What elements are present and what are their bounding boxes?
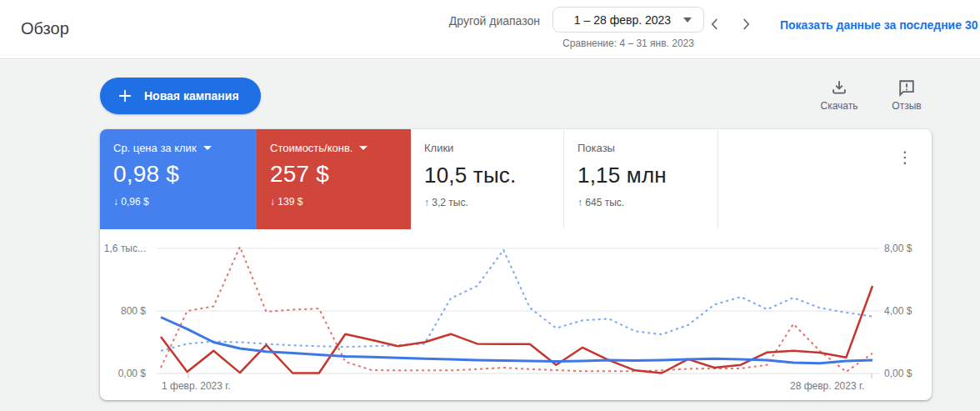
left-axis-tick-middle: 800 $ [100,305,146,317]
scorecard-label: Показы [578,142,615,154]
page-header: Обзор Другой диапазон 1 – 28 февр. 2023 … [0,0,980,59]
more-options-button[interactable]: ⋮ [892,144,918,171]
feedback-button[interactable]: Отзыв [877,78,937,112]
scorecard-value: 10,5 тыс. [424,163,550,188]
chevron-left-icon [706,15,724,33]
new-campaign-button[interactable]: Новая кампания [100,78,261,114]
download-icon [830,78,848,97]
chevron-down-icon [203,146,212,150]
scorecard-value: 257 $ [270,161,398,188]
performance-line-chart[interactable]: 1,6 тыс... 800 $ 0,00 $ 8,00 $ 4,00 $ 0,… [100,229,932,400]
chevron-down-icon [359,146,368,150]
arrow-up-icon: ↑ [578,197,582,208]
date-range-label: Другой диапазон [433,14,540,28]
show-last-30-days-link[interactable]: Показать данные за последние 30 [780,18,978,32]
overview-chart-svg [100,229,932,400]
series-line-avg-cpc-current [161,318,872,363]
left-axis-tick-bottom: 0,00 $ [100,368,146,379]
right-axis-tick-bottom: 0,00 $ [884,368,932,379]
page-title: Обзор [21,19,69,38]
chevron-down-icon [683,18,692,23]
scorecard-delta: 0,96 $ [121,196,148,208]
next-range-button[interactable] [733,12,758,37]
new-campaign-label: Новая кампания [144,89,239,103]
date-range-selector[interactable]: 1 – 28 февр. 2023 [552,7,704,33]
chevron-right-icon [737,15,755,33]
comparison-range-text: Сравнение: 4 – 31 янв. 2023 [550,38,707,49]
feedback-icon [898,78,916,97]
chart-series-group [161,247,872,373]
scorecard-clicks[interactable]: Клики 10,5 тыс. ↑ 3,2 тыс. [411,129,564,229]
arrow-down-icon: ↓ [270,196,275,208]
scorecard-label: Ср. цена за клик [113,142,197,154]
right-axis-tick-top: 8,00 $ [884,243,932,254]
arrow-down-icon: ↓ [113,196,118,208]
scorecard-delta: 3,2 тыс. [432,197,468,208]
x-axis-label-start: 1 февр. 2023 г. [162,380,231,392]
series-line-avg-cpc-previous [161,250,872,351]
scorecard-cost-per-conv[interactable]: Стоимость/конв. 257 $ ↓ 139 $ [257,129,411,229]
date-range-value: 1 – 28 февр. 2023 [568,13,677,27]
overview-chart-card: Ср. цена за клик 0,98 $ ↓ 0,96 $ Стоимос… [100,129,932,400]
left-axis-tick-top: 1,6 тыс... [100,243,146,254]
download-label: Скачать [821,100,858,112]
scorecard-impressions[interactable]: Показы 1,15 млн ↑ 645 тыс. [564,129,718,229]
more-vert-icon: ⋮ [898,148,913,166]
arrow-up-icon: ↑ [424,197,429,208]
feedback-label: Отзыв [892,100,921,112]
overview-content: Новая кампания Скачать Отзыв Ср. цена за… [0,60,980,411]
scorecard-value: 0,98 $ [113,161,243,188]
scorecard-avg-cpc[interactable]: Ср. цена за клик 0,98 $ ↓ 0,96 $ [100,129,257,229]
scorecard-delta: 139 $ [278,196,302,208]
scorecard-label: Клики [424,142,453,154]
download-button[interactable]: Скачать [809,78,869,112]
scorecard-value: 1,15 млн [578,163,704,188]
right-axis-tick-middle: 4,00 $ [884,305,932,317]
plus-icon [117,88,133,104]
x-axis-label-end: 28 февр. 2023 г. [790,380,864,392]
previous-range-button[interactable] [702,12,728,37]
scorecard-delta: 645 тыс. [585,197,624,208]
scorecard-label: Стоимость/конв. [270,142,352,154]
